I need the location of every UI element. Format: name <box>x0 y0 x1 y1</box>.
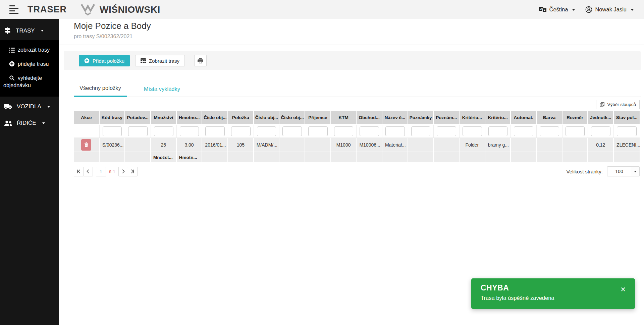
filter-cell <box>408 125 434 138</box>
column-filter-input[interactable] <box>231 126 251 136</box>
chevron-down-icon <box>42 122 45 124</box>
next-page-button[interactable] <box>118 167 128 176</box>
submenu-label: zobrazit trasy <box>18 47 50 53</box>
column-header[interactable]: KTM <box>331 111 357 125</box>
column-header[interactable]: Kód trasy <box>100 111 125 125</box>
column-header[interactable]: Akce <box>74 111 100 125</box>
page-size-select[interactable]: 100 <box>607 166 640 176</box>
signpost-icon <box>4 27 11 34</box>
column-filter-input[interactable] <box>334 126 354 136</box>
sidebar-item-add-route[interactable]: přidejte trasu <box>0 57 59 71</box>
trasy-submenu: zobrazit trasy přidejte trasu vyhledejte… <box>0 40 59 97</box>
table-cell <box>511 138 537 152</box>
filter-cell <box>357 125 382 138</box>
first-page-button[interactable] <box>74 167 84 176</box>
column-header[interactable]: Číslo obj... <box>254 111 280 125</box>
column-filter-input[interactable] <box>566 126 585 136</box>
filter-cell <box>537 125 562 138</box>
table-cell: 25 <box>151 138 177 152</box>
table-footer-cell <box>562 152 588 162</box>
table-row: S/00236...253,002016/01...105M/ADM/...M1… <box>74 138 640 152</box>
sidebar-item-find-order[interactable]: vyhledejte objednávku <box>0 71 59 93</box>
tab-unload-places[interactable]: Místa vykládky <box>138 86 186 97</box>
table-footer-cell <box>460 152 485 162</box>
filter-cell <box>511 125 537 138</box>
column-header[interactable]: Kritériu... <box>485 111 511 125</box>
column-chooser-label: Výběr sloupců <box>607 102 636 107</box>
column-filter-input[interactable] <box>257 126 276 136</box>
column-filter-input[interactable] <box>180 126 199 136</box>
print-button[interactable] <box>194 55 207 66</box>
table-cell <box>74 138 100 152</box>
sidebar-item-trasy[interactable]: TRASY <box>0 19 59 40</box>
column-filter-input[interactable] <box>514 126 533 136</box>
sidebar-item-ridice[interactable]: ŘIDIČE <box>0 114 59 130</box>
column-header[interactable]: Rozměr <box>562 111 588 125</box>
column-header[interactable]: Položka <box>228 111 254 125</box>
table-footer-cell <box>588 152 614 162</box>
language-label: Čeština <box>549 6 568 13</box>
column-filter-input[interactable] <box>463 126 482 136</box>
column-header[interactable]: Jednotk... <box>588 111 614 125</box>
chevron-down-icon <box>572 9 575 11</box>
column-filter-input[interactable] <box>205 126 225 136</box>
table-footer-cell <box>408 152 434 162</box>
column-header[interactable]: Hmotno... <box>177 111 203 125</box>
toolbar: Přidat položku Zobrazit trasy <box>64 51 641 70</box>
drivers-icon <box>4 120 12 126</box>
column-filter-input[interactable] <box>128 126 148 136</box>
tab-all-items[interactable]: Všechny položky <box>74 85 127 97</box>
filter-cell <box>382 125 408 138</box>
table-cell: Folder <box>460 138 485 152</box>
column-filter-input[interactable] <box>411 126 431 136</box>
column-header[interactable]: Stav pol... <box>614 111 640 125</box>
sidebar-item-vozidla[interactable]: VOZIDLA <box>0 97 59 114</box>
column-filter-input[interactable] <box>617 126 637 136</box>
table-footer-cell <box>228 152 254 162</box>
chevron-down-icon <box>41 30 44 32</box>
language-selector[interactable]: A ★ Čeština <box>539 6 576 13</box>
column-header[interactable]: Barva <box>537 111 562 125</box>
column-header[interactable]: Číslo obj... <box>279 111 305 125</box>
column-header[interactable]: Pořadov... <box>125 111 151 125</box>
prev-page-button[interactable] <box>83 167 93 176</box>
column-filter-input[interactable] <box>308 126 328 136</box>
column-filter-input[interactable] <box>154 126 173 136</box>
column-filter-input[interactable] <box>103 126 122 136</box>
column-header[interactable]: Příjemce <box>305 111 331 125</box>
delete-row-button[interactable] <box>81 139 91 151</box>
last-page-button[interactable] <box>128 167 138 176</box>
page-size-dropdown-button[interactable] <box>631 167 639 176</box>
sidebar-item-label: TRASY <box>16 28 35 34</box>
column-header[interactable]: Poznám... <box>434 111 460 125</box>
column-filter-input[interactable] <box>360 126 379 136</box>
column-header[interactable]: Název č... <box>382 111 408 125</box>
column-filter-input[interactable] <box>591 126 610 136</box>
show-routes-button[interactable]: Zobrazit trasy <box>135 55 185 66</box>
current-page-indicator[interactable]: 1 <box>96 167 106 176</box>
user-menu[interactable]: Nowak Jasiu <box>585 6 634 13</box>
column-header[interactable]: Kritériu... <box>460 111 485 125</box>
column-header[interactable]: Číslo obj... <box>202 111 228 125</box>
sidebar-item-show-routes[interactable]: zobrazit trasy <box>0 43 59 57</box>
add-item-button[interactable]: Přidat položku <box>79 55 130 66</box>
table-footer-cell <box>434 152 460 162</box>
grid-toolbar: Výběr sloupců <box>74 100 640 109</box>
translate-icon: A ★ <box>539 7 547 12</box>
column-filter-input[interactable] <box>437 126 456 136</box>
column-header[interactable]: Automat. <box>511 111 537 125</box>
column-filter-input[interactable] <box>540 126 559 136</box>
column-header[interactable]: Množství <box>151 111 177 125</box>
hamburger-menu-icon[interactable] <box>9 5 19 14</box>
column-filter-input[interactable] <box>488 126 508 136</box>
column-chooser-button[interactable]: Výběr sloupců <box>596 100 640 109</box>
column-filter-input[interactable] <box>282 126 302 136</box>
user-icon <box>585 6 592 13</box>
filter-cell <box>202 125 228 138</box>
column-header[interactable]: Obchod... <box>357 111 382 125</box>
column-header[interactable]: Poznámky <box>408 111 434 125</box>
close-icon[interactable]: ✕ <box>620 286 626 293</box>
table-footer-cell <box>125 152 151 162</box>
table-cell: S/00236... <box>100 138 125 152</box>
column-filter-input[interactable] <box>385 126 405 136</box>
